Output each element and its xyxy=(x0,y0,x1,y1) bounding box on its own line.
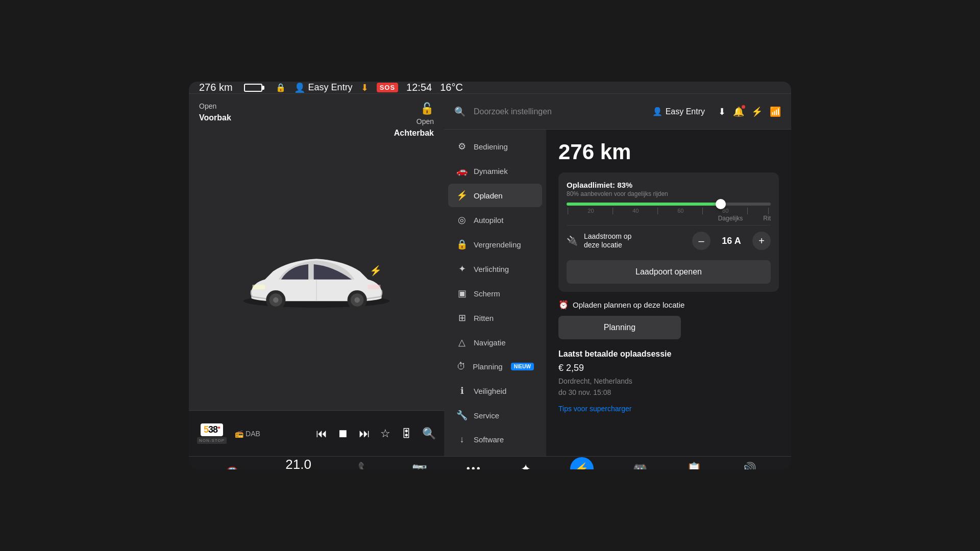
ampere-controls[interactable]: – 16 A + xyxy=(692,232,771,250)
camera-icon: 📷 xyxy=(412,462,427,470)
notification-icon[interactable]: 🔔 xyxy=(733,106,744,117)
status-time: 12:54 xyxy=(406,82,432,93)
download-icon: ⬇ xyxy=(361,82,369,93)
svg-point-7 xyxy=(354,297,360,303)
taskbar-dots[interactable]: ••• xyxy=(467,463,482,469)
slider-thumb[interactable] xyxy=(716,199,726,209)
sidebar-item-opladen[interactable]: ⚡ Opladen xyxy=(448,184,542,207)
prev-track-button[interactable]: ⏮ xyxy=(316,427,327,440)
planning-icon: ⏱ xyxy=(456,361,467,372)
sidebar-item-vergrendeling[interactable]: 🔒 Vergrendeling xyxy=(448,233,542,256)
search-icon: 🔍 xyxy=(454,106,465,117)
taskbar: 🚗 21.0 • • 📞 📷 ••• ✦ ⚡ 🎮 📋 🔊 xyxy=(189,456,791,469)
settings-header: 🔍 Doorzoek instellingen 👤 Easy Entry ⬇ 🔔… xyxy=(444,94,791,130)
taskbar-phone[interactable]: 📞 xyxy=(358,462,373,470)
ampere-title: Laadstroom op xyxy=(584,232,692,241)
battery-icon xyxy=(244,84,262,92)
sidebar-item-veiligheid[interactable]: ℹ Veiligheid xyxy=(448,379,542,403)
search-radio-button[interactable]: 🔍 xyxy=(422,427,436,440)
sidebar-label-vergrendeling: Vergrendeling xyxy=(474,240,521,249)
charge-limit-header: Oplaadlimiet: 83% 80% aanbevolen voor da… xyxy=(567,181,771,197)
left-panel: Open Voorbak 🔓 Open Achterbak xyxy=(189,94,444,456)
bluetooth-header-icon[interactable]: ⚡ xyxy=(751,106,763,117)
sidebar-item-ritten[interactable]: ⊞ Ritten xyxy=(448,306,542,330)
taskbar-apps[interactable]: ✦ xyxy=(521,462,531,470)
sidebar-item-navigatie[interactable]: △ Navigatie xyxy=(448,331,542,354)
equalizer-button[interactable]: 🎛 xyxy=(401,427,412,440)
signal-icon: 📶 xyxy=(770,106,781,117)
decrease-ampere-button[interactable]: – xyxy=(692,232,710,250)
settings-main: 276 km Oplaadlimiet: 83% 80% aanbevolen … xyxy=(546,130,791,456)
taskbar-volume[interactable]: 🔊 xyxy=(741,462,756,470)
ampere-value: 16 A xyxy=(719,236,744,246)
radio-logo: 538● NON-STOP xyxy=(197,423,227,444)
status-profile: 👤 Easy Entry xyxy=(294,82,353,93)
right-panel: 🔍 Doorzoek instellingen 👤 Easy Entry ⬇ 🔔… xyxy=(444,94,791,456)
slider-track xyxy=(567,203,771,206)
car-controls: Open Voorbak 🔓 Open Achterbak xyxy=(189,94,444,138)
phone-icon: 📞 xyxy=(358,462,373,470)
taskbar-theater[interactable]: 📋 xyxy=(687,462,702,470)
sidebar-label-veiligheid: Veiligheid xyxy=(474,387,506,395)
sidebar-label-ritten: Ritten xyxy=(474,314,494,322)
sidebar-item-scherm[interactable]: ▣ Scherm xyxy=(448,282,542,305)
schedule-label: Opladen plannen op deze locatie xyxy=(573,300,684,309)
sos-badge: SOS xyxy=(377,83,398,92)
frunk-control[interactable]: Open Voorbak xyxy=(199,102,231,138)
settings-body: ⚙ Bediening 🚗 Dynamiek ⚡ Opladen ◎ Autop… xyxy=(444,130,791,456)
veiligheid-icon: ℹ xyxy=(456,385,468,396)
taskbar-camera[interactable]: 📷 xyxy=(412,462,427,470)
sidebar-label-scherm: Scherm xyxy=(474,289,500,298)
verlichting-icon: ✦ xyxy=(456,263,468,274)
sidebar-item-software[interactable]: ↓ Software xyxy=(448,428,542,451)
last-session-title: Laatst betaalde oplaadsessie xyxy=(558,349,779,359)
autopilot-icon: ◎ xyxy=(456,214,468,226)
svg-point-4 xyxy=(273,297,279,303)
clock-icon: ⏰ xyxy=(558,300,569,310)
unlock-icon: 🔓 xyxy=(420,102,434,115)
vergrendeling-icon: 🔒 xyxy=(456,239,468,250)
status-bar: 276 km 🔒 👤 Easy Entry ⬇ SOS 12:54 16°C xyxy=(189,82,791,94)
next-track-button[interactable]: ⏭ xyxy=(359,427,370,440)
taskbar-arcade[interactable]: 🎮 xyxy=(632,462,648,470)
scherm-icon: ▣ xyxy=(456,288,468,299)
taskbar-car[interactable]: 🚗 xyxy=(224,462,239,470)
stop-button[interactable]: ⏹ xyxy=(337,427,349,440)
main-content: Open Voorbak 🔓 Open Achterbak xyxy=(189,94,791,456)
radio-station-name: 538● xyxy=(201,423,223,436)
ritten-icon: ⊞ xyxy=(456,312,468,323)
sidebar-item-verlichting[interactable]: ✦ Verlichting xyxy=(448,257,542,281)
arcade-icon: 🎮 xyxy=(632,462,648,470)
slider-fill xyxy=(567,203,726,206)
sidebar-item-dynamiek[interactable]: 🚗 Dynamiek xyxy=(448,159,542,183)
increase-ampere-button[interactable]: + xyxy=(752,232,771,250)
sidebar-label-dynamiek: Dynamiek xyxy=(474,167,508,176)
search-input[interactable]: Doorzoek instellingen xyxy=(474,107,644,116)
sidebar-item-planning[interactable]: ⏱ Planning NIEUW xyxy=(448,355,542,378)
dynamiek-icon: 🚗 xyxy=(456,165,468,177)
radio-nonstop: NON-STOP xyxy=(197,437,227,444)
sidebar-item-autopilot[interactable]: ◎ Autopilot xyxy=(448,208,542,232)
trunk-control[interactable]: 🔓 Open Achterbak xyxy=(394,102,434,138)
supercharger-link[interactable]: Tips voor supercharger xyxy=(558,405,779,413)
sidebar-label-opladen: Opladen xyxy=(474,191,503,200)
notification-dot xyxy=(742,105,745,109)
charge-limit-slider[interactable]: │ 20 │ 40 │ 60 │ 80 │ │ xyxy=(567,203,771,222)
sidebar-item-bediening[interactable]: ⚙ Bediening xyxy=(448,135,542,158)
sidebar-item-service[interactable]: 🔧 Service xyxy=(448,404,542,427)
open-port-button[interactable]: Laadpoort openen xyxy=(567,260,771,284)
sidebar-label-software: Software xyxy=(474,435,504,444)
download-header-icon[interactable]: ⬇ xyxy=(718,106,726,117)
bediening-icon: ⚙ xyxy=(456,141,468,152)
sidebar-label-service: Service xyxy=(474,411,499,420)
favorite-button[interactable]: ☆ xyxy=(380,427,390,440)
bluetooth-button[interactable]: ⚡ xyxy=(570,457,594,470)
planning-button[interactable]: Planning xyxy=(558,316,681,339)
radio-controls[interactable]: ⏮ ⏹ ⏭ ☆ 🎛 🔍 xyxy=(316,427,436,440)
navigatie-icon: △ xyxy=(456,337,468,348)
schedule-section: ⏰ Opladen plannen op deze locatie Planni… xyxy=(558,300,779,339)
status-range: 276 km xyxy=(199,82,233,93)
taskbar-temp[interactable]: 21.0 • • xyxy=(278,457,319,469)
sidebar: ⚙ Bediening 🚗 Dynamiek ⚡ Opladen ◎ Autop… xyxy=(444,130,546,456)
profile-icon: 👤 xyxy=(652,107,663,116)
